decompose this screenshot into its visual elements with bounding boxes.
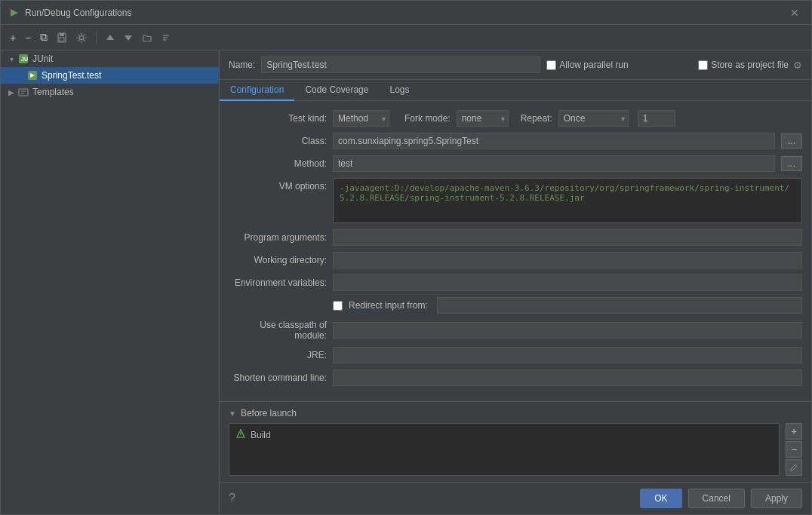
fork-mode-select[interactable]: none method class	[457, 110, 509, 127]
svg-point-4	[80, 35, 84, 39]
bottom-bar: ? OK Cancel Apply	[220, 482, 811, 514]
class-row: Class: ...	[229, 133, 802, 149]
test-kind-row: Test kind: Method Class Package Fork mod…	[229, 110, 802, 127]
dialog-icon	[8, 7, 20, 19]
shorten-input[interactable]	[333, 369, 802, 386]
fork-mode-select-wrapper: none method class	[457, 110, 509, 127]
cancel-button[interactable]: Cancel	[688, 489, 745, 508]
classpath-label: Use classpath of module:	[229, 320, 327, 341]
svg-rect-14	[19, 89, 28, 96]
tab-coverage[interactable]: Code Coverage	[294, 80, 379, 101]
move-to-folder-button[interactable]	[139, 31, 155, 44]
launch-edit-button[interactable]	[786, 459, 802, 476]
repeat-select[interactable]: Once N Times Until Failure	[558, 110, 629, 127]
run-debug-dialog: Run/Debug Configurations ✕ + − ⧉	[0, 0, 812, 515]
config-tree: ▾ JU JUnit ▾ SpringTest.test	[1, 51, 220, 514]
junit-icon: JU	[17, 53, 29, 65]
apply-button[interactable]: Apply	[751, 489, 802, 508]
jre-input[interactable]	[333, 347, 802, 363]
store-as-project-checkbox[interactable]	[698, 60, 708, 70]
shorten-row: Shorten command line:	[229, 369, 802, 386]
right-panel: Name: Allow parallel run Store as projec…	[220, 51, 811, 514]
launch-list: Build	[229, 423, 780, 476]
svg-marker-0	[11, 9, 18, 17]
vm-options-input[interactable]: -javaagent:D:/develop/apache-maven-3.6.3…	[333, 178, 802, 223]
allow-parallel-checkbox[interactable]	[546, 60, 556, 70]
method-label: Method:	[229, 158, 327, 169]
collapse-arrow-junit: ▾	[7, 54, 16, 63]
dialog-title: Run/Debug Configurations	[25, 8, 786, 18]
build-item[interactable]: Build	[232, 427, 776, 443]
move-up-button[interactable]	[103, 32, 118, 44]
before-launch-section: ▼ Before launch Build	[220, 401, 811, 482]
help-button[interactable]: ?	[229, 492, 235, 505]
method-browse-button[interactable]: ...	[781, 156, 802, 171]
springtest-label: SpringTest.test	[42, 70, 101, 81]
save-config-button[interactable]	[54, 31, 70, 44]
program-args-input[interactable]	[333, 229, 802, 246]
templates-label: Templates	[32, 87, 74, 97]
store-settings-icon[interactable]: ⚙	[793, 60, 802, 71]
close-button[interactable]: ✕	[786, 5, 804, 20]
repeat-label: Repeat:	[521, 113, 552, 124]
launch-add-button[interactable]: +	[786, 423, 802, 440]
method-input[interactable]	[333, 155, 775, 172]
svg-rect-2	[60, 33, 64, 36]
tabs-bar: Configuration Code Coverage Logs	[220, 80, 811, 101]
remove-config-button[interactable]: −	[22, 30, 34, 45]
before-launch-header: ▼ Before launch	[229, 408, 802, 418]
config-panel: Test kind: Method Class Package Fork mod…	[220, 101, 811, 401]
svg-rect-3	[60, 38, 64, 41]
ok-button[interactable]: OK	[640, 489, 681, 508]
vm-options-row: VM options: -javaagent:D:/develop/apache…	[229, 178, 802, 223]
shorten-label: Shorten command line:	[229, 372, 327, 383]
jre-row: JRE:	[229, 347, 802, 363]
tab-logs[interactable]: Logs	[379, 80, 420, 101]
main-content: ▾ JU JUnit ▾ SpringTest.test	[1, 51, 811, 514]
repeat-select-wrapper: Once N Times Until Failure	[558, 110, 629, 127]
svg-text:JU: JU	[21, 57, 28, 62]
redirect-checkbox[interactable]	[333, 301, 343, 311]
sort-button[interactable]	[158, 31, 175, 44]
env-vars-row: Environment variables:	[229, 274, 802, 291]
classpath-input[interactable]	[333, 322, 802, 339]
redirect-input[interactable]	[437, 297, 802, 314]
toolbar: + − ⧉	[1, 25, 811, 51]
redirect-row: Redirect input from:	[229, 297, 802, 314]
copy-config-button[interactable]: ⧉	[37, 29, 51, 45]
before-launch-arrow[interactable]: ▼	[229, 409, 236, 418]
build-icon	[235, 428, 246, 441]
tree-item-junit[interactable]: ▾ JU JUnit	[1, 51, 219, 67]
move-down-button[interactable]	[121, 32, 136, 44]
program-args-label: Program arguments:	[229, 232, 327, 243]
title-bar: Run/Debug Configurations ✕	[1, 1, 811, 25]
program-args-row: Program arguments:	[229, 229, 802, 246]
env-vars-input[interactable]	[333, 274, 802, 291]
test-kind-label: Test kind:	[229, 113, 327, 124]
store-label: Store as project file	[711, 60, 789, 70]
working-dir-input[interactable]	[333, 252, 802, 268]
tree-item-templates[interactable]: ▶ Templates	[1, 84, 219, 100]
springtest-icon	[26, 69, 38, 81]
name-input[interactable]	[261, 57, 540, 73]
parallel-label: Allow parallel run	[559, 60, 628, 70]
class-input[interactable]	[333, 133, 775, 149]
test-kind-select[interactable]: Method Class Package	[333, 110, 389, 127]
classpath-row: Use classpath of module:	[229, 320, 802, 341]
working-dir-row: Working directory:	[229, 252, 802, 268]
tree-item-springtest[interactable]: ▾ SpringTest.test	[1, 67, 219, 84]
name-row: Name: Allow parallel run Store as projec…	[220, 51, 811, 80]
junit-label: JUnit	[32, 54, 53, 64]
test-kind-select-wrapper: Method Class Package	[333, 110, 389, 127]
repeat-count-input[interactable]	[638, 110, 675, 127]
launch-remove-button[interactable]: −	[786, 441, 802, 458]
name-label: Name:	[229, 60, 255, 70]
add-config-button[interactable]: +	[7, 30, 19, 45]
settings-button[interactable]	[73, 31, 90, 44]
launch-side-buttons: + −	[786, 423, 802, 476]
working-dir-label: Working directory:	[229, 255, 327, 265]
class-browse-button[interactable]: ...	[781, 133, 802, 149]
svg-marker-5	[106, 35, 114, 40]
store-checkbox-wrapper: Store as project file ⚙	[698, 60, 802, 71]
tab-configuration[interactable]: Configuration	[220, 80, 294, 101]
